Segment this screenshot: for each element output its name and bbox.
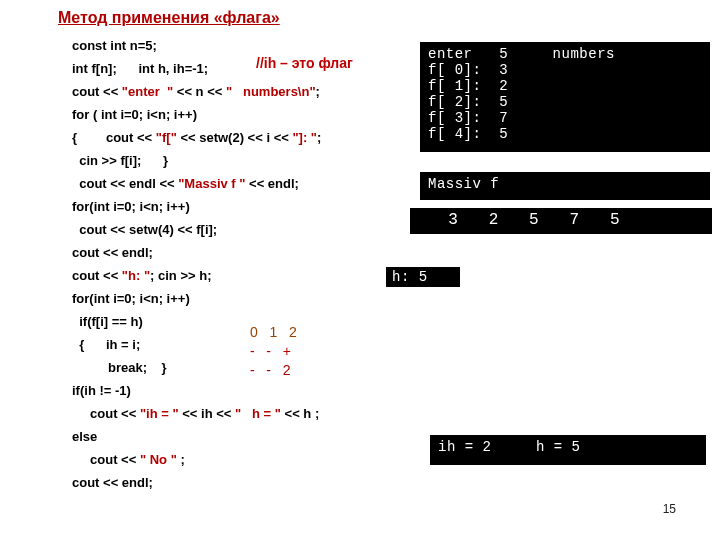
code-line: for ( int i=0; i<n; i++) xyxy=(72,103,321,126)
code-line: cout << "ih = " << ih << " h = " << h ; xyxy=(72,402,321,425)
code-line: for(int i=0; i<n; i++) xyxy=(72,195,321,218)
terminal-output-result: ih = 2 h = 5 xyxy=(430,435,706,465)
code-line: cout << " No " ; xyxy=(72,448,321,471)
code-line: cout << endl; xyxy=(72,241,321,264)
flag-comment: //ih – это флаг xyxy=(256,55,353,71)
slide-title: Метод применения «флага» xyxy=(58,9,280,27)
code-line: for(int i=0; i<n; i++) xyxy=(72,287,321,310)
code-line: cout << setw(4) << f[i]; xyxy=(72,218,321,241)
code-block: const int n=5; int f[n]; int h, ih=-1; c… xyxy=(72,34,321,494)
code-line: cout << "enter " << n << " numbers\n"; xyxy=(72,80,321,103)
terminal-output-h: h: 5 xyxy=(386,267,460,287)
code-line: { cout << "f[" << setw(2) << i << "]: "; xyxy=(72,126,321,149)
trace-cell: 0 1 2 xyxy=(250,324,297,340)
terminal-output-header: Massiv f xyxy=(420,172,710,200)
terminal-output-array: 3 2 5 7 5 xyxy=(410,208,712,234)
code-line: else xyxy=(72,425,321,448)
trace-cell: - - + xyxy=(250,343,291,359)
code-line: cout << endl << "Massiv f " << endl; xyxy=(72,172,321,195)
terminal-output-input: enter 5 numbers f[ 0]: 3 f[ 1]: 2 f[ 2]:… xyxy=(420,42,710,152)
trace-table: 0 1 2 - - + - - 2 xyxy=(250,323,297,380)
page-number: 15 xyxy=(663,502,676,516)
trace-cell: - - 2 xyxy=(250,362,290,378)
code-line: cout << "h: "; cin >> h; xyxy=(72,264,321,287)
code-line: cout << endl; xyxy=(72,471,321,494)
code-line: const int n=5; xyxy=(72,34,321,57)
code-line: cin >> f[i]; } xyxy=(72,149,321,172)
code-line: if(ih != -1) xyxy=(72,379,321,402)
